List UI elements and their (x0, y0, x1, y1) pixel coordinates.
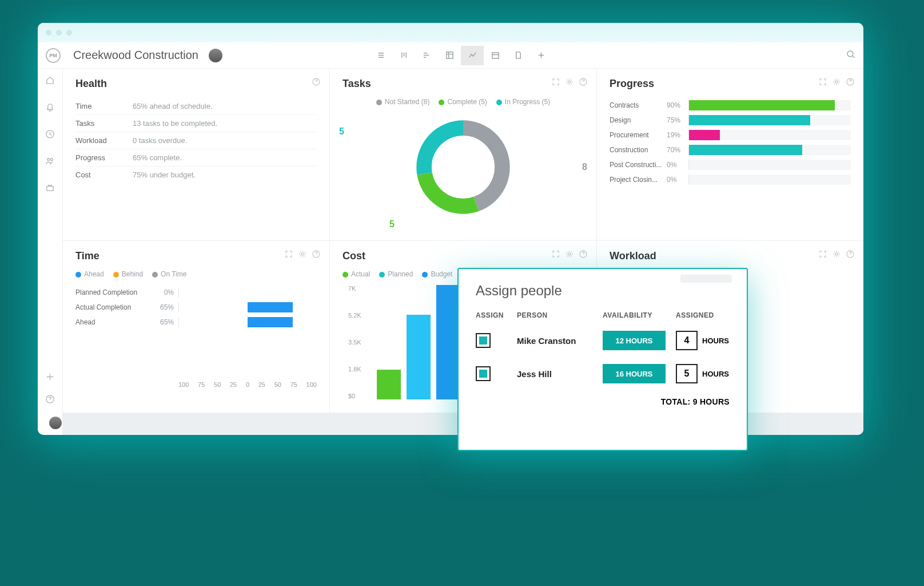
health-label: Cost (75, 171, 133, 179)
cost-bar-actual (377, 370, 401, 399)
topbar: PM Creekwood Construction (38, 42, 863, 69)
legend-label: In Progress (5) (505, 98, 550, 106)
col-assigned: ASSIGNED (676, 311, 730, 319)
portfolio-icon[interactable] (45, 183, 55, 195)
panel-help-icon[interactable] (312, 250, 320, 260)
panel-help-icon[interactable] (579, 250, 587, 260)
help-icon[interactable] (45, 394, 55, 406)
assign-checkbox[interactable] (476, 333, 491, 348)
health-value: 13 tasks to be completed. (133, 119, 217, 128)
health-value: 0 tasks overdue. (133, 136, 187, 145)
time-row: Planned Completion 0% (75, 285, 317, 300)
assign-people-popup: Assign people ASSIGN PERSON AVAILABILITY… (457, 268, 748, 451)
progress-label: Design (610, 116, 667, 124)
gantt-view-tab[interactable] (415, 46, 438, 65)
svg-point-5 (50, 159, 53, 161)
user-avatar[interactable] (49, 417, 62, 429)
project-avatar[interactable] (209, 49, 222, 62)
list-view-tab[interactable] (369, 46, 392, 65)
app-logo-icon[interactable]: PM (46, 48, 61, 63)
panel-help-icon[interactable] (846, 250, 854, 260)
progress-row: Design 75% (610, 113, 851, 128)
search-icon[interactable] (846, 50, 855, 61)
panel-help-icon[interactable] (579, 78, 587, 88)
hours-label: HOURS (702, 336, 729, 345)
svg-point-16 (301, 253, 304, 255)
expand-icon[interactable] (819, 78, 827, 88)
team-icon[interactable] (45, 156, 55, 168)
assign-checkbox[interactable] (476, 366, 491, 381)
assign-row: Jess Hill 16 HOURS 5 HOURS (476, 364, 730, 383)
donut-value: 8 (582, 162, 587, 172)
time-legend: Ahead Behind On Time (75, 270, 317, 278)
legend-label: Actual (351, 270, 370, 278)
donut-value: 5 (389, 219, 395, 229)
history-icon[interactable] (45, 129, 55, 141)
axis-tick: 50 (214, 381, 221, 388)
availability-badge: 12 HOURS (603, 331, 666, 350)
board-view-tab[interactable] (392, 46, 415, 65)
gear-icon[interactable] (833, 78, 841, 88)
window-close-dot[interactable] (46, 30, 51, 35)
col-assign: ASSIGN (476, 311, 517, 319)
time-label: Actual Completion (75, 303, 156, 311)
svg-point-2 (847, 51, 853, 57)
home-icon[interactable] (45, 76, 55, 88)
gear-icon[interactable] (833, 250, 841, 260)
svg-rect-0 (446, 52, 452, 58)
health-value: 65% ahead of schedule. (133, 102, 213, 110)
expand-icon[interactable] (819, 250, 827, 260)
add-icon[interactable] (45, 372, 55, 384)
window-min-dot[interactable] (56, 30, 62, 35)
progress-track (688, 130, 851, 140)
health-label: Progress (75, 153, 133, 162)
svg-point-20 (835, 253, 838, 255)
sheet-view-tab[interactable] (438, 46, 461, 65)
notifications-icon[interactable] (45, 102, 55, 114)
health-panel: Health Time65% ahead of schedule. Tasks1… (63, 69, 329, 240)
time-pct: 65% (156, 303, 178, 311)
progress-label: Procurement (610, 131, 667, 139)
axis-tick: 25 (258, 381, 265, 388)
gear-icon[interactable] (298, 250, 306, 260)
person-name: Mike Cranston (517, 336, 603, 346)
axis-tick: 100 (178, 381, 189, 388)
expand-icon[interactable] (552, 78, 560, 88)
health-label: Tasks (75, 119, 133, 128)
health-value: 75% under budget. (133, 171, 196, 179)
gear-icon[interactable] (565, 250, 573, 260)
dashboard-view-tab[interactable] (461, 46, 484, 65)
axis-tick: 1.8K (348, 366, 361, 373)
panel-help-icon[interactable] (846, 78, 854, 88)
files-view-tab[interactable] (507, 46, 529, 65)
assigned-hours-input[interactable]: 5 (676, 364, 698, 383)
axis-tick: 25 (230, 381, 237, 388)
progress-track (688, 115, 851, 125)
view-tabs (369, 46, 552, 65)
popup-total: TOTAL: 9 HOURS (476, 397, 730, 406)
gear-icon[interactable] (565, 78, 573, 88)
progress-row: Construction 70% (610, 142, 851, 157)
axis-tick: 0 (246, 381, 249, 388)
tasks-panel: Tasks Not Started (8) Complete (5) In Pr… (330, 69, 596, 240)
progress-pct: 0% (667, 176, 688, 184)
person-name: Jess Hill (517, 369, 603, 379)
progress-track (688, 160, 851, 170)
progress-row: Post Constructi... 0% (610, 157, 851, 172)
add-view-tab[interactable] (529, 46, 552, 65)
panel-help-icon[interactable] (312, 78, 320, 88)
legend-label: Planned (388, 270, 413, 278)
time-pct: 65% (156, 318, 178, 326)
time-label: Planned Completion (75, 288, 156, 296)
axis-tick: 100 (306, 381, 317, 388)
assigned-hours-input[interactable]: 4 (676, 331, 698, 350)
progress-label: Contracts (610, 101, 667, 109)
progress-pct: 19% (667, 131, 688, 139)
svg-point-9 (568, 81, 571, 83)
hours-label: HOURS (702, 370, 729, 378)
window-max-dot[interactable] (66, 30, 72, 35)
cost-bar-budget (436, 285, 460, 399)
expand-icon[interactable] (552, 250, 560, 260)
calendar-view-tab[interactable] (484, 46, 507, 65)
expand-icon[interactable] (285, 250, 293, 260)
